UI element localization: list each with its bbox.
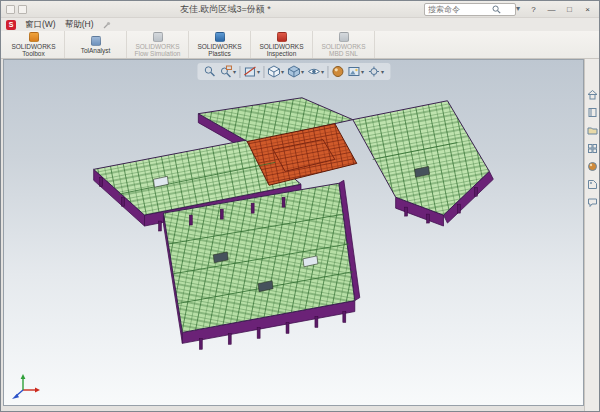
zoom-fit-icon bbox=[203, 65, 216, 78]
toolbox-icon bbox=[29, 32, 39, 42]
toolbar-separator bbox=[263, 66, 264, 78]
graphics-viewport[interactable]: ▾ ▾ ▾ ▾ ▾ bbox=[3, 59, 584, 406]
zoom-to-area-icon bbox=[219, 65, 232, 78]
help-button[interactable]: ? bbox=[525, 3, 542, 16]
section-view-icon bbox=[243, 65, 256, 78]
tolanalyst-icon bbox=[91, 36, 101, 46]
search-icon bbox=[492, 5, 501, 14]
zoom-fit-button[interactable] bbox=[203, 65, 216, 78]
display-style-button[interactable]: ▾ bbox=[287, 65, 304, 78]
view-orientation-icon bbox=[267, 65, 280, 78]
eye-icon bbox=[307, 65, 320, 78]
zoom-to-area-button[interactable]: ▾ bbox=[219, 65, 236, 78]
addin-inspection[interactable]: SOLIDWORKS Inspection bbox=[251, 31, 313, 58]
addin-mbd-snl[interactable]: SOLIDWORKS MBD SNL bbox=[313, 31, 375, 58]
addin-plastics[interactable]: SOLIDWORKS Plastics bbox=[189, 31, 251, 58]
flow-simulation-icon bbox=[153, 32, 163, 42]
view-settings-icon bbox=[367, 65, 380, 78]
title-bar: 友佳.欧尚区域3=份额 * ▾ ? — □ × bbox=[1, 1, 599, 18]
quick-access-toolbar[interactable] bbox=[6, 5, 27, 14]
close-button[interactable]: × bbox=[579, 3, 596, 16]
quick-access-icon[interactable] bbox=[6, 5, 15, 14]
scene-icon bbox=[347, 65, 360, 78]
window-controls: ? — □ × bbox=[525, 3, 596, 16]
toolbar-separator bbox=[327, 66, 328, 78]
search-scope-chevron-icon[interactable]: ▾ bbox=[516, 5, 520, 13]
forum-icon[interactable] bbox=[587, 197, 598, 208]
quick-access-icon[interactable] bbox=[18, 5, 27, 14]
inspection-icon bbox=[277, 32, 287, 42]
search-input[interactable] bbox=[428, 5, 490, 14]
custom-properties-icon[interactable] bbox=[587, 179, 598, 190]
toolbar-separator bbox=[239, 66, 240, 78]
main-area: ▾ ▾ ▾ ▾ ▾ bbox=[1, 59, 599, 411]
view-orientation-button[interactable]: ▾ bbox=[267, 65, 284, 78]
hide-show-items-button[interactable]: ▾ bbox=[307, 65, 324, 78]
heads-up-toolbar: ▾ ▾ ▾ ▾ ▾ bbox=[197, 63, 390, 80]
reference-triad bbox=[10, 370, 42, 400]
model-canvas[interactable] bbox=[4, 60, 583, 405]
command-search[interactable] bbox=[424, 3, 516, 16]
triad-x-axis bbox=[35, 388, 40, 393]
home-icon[interactable] bbox=[587, 89, 598, 100]
menu-bar: S 窗口(W) 帮助(H) bbox=[1, 18, 599, 31]
plastics-icon bbox=[215, 32, 225, 42]
document-title: 友佳.欧尚区域3=份额 * bbox=[27, 3, 424, 16]
view-palette-icon[interactable] bbox=[587, 143, 598, 154]
menu-window[interactable]: 窗口(W) bbox=[25, 19, 56, 31]
file-explorer-icon[interactable] bbox=[587, 125, 598, 136]
apply-scene-button[interactable]: ▾ bbox=[347, 65, 364, 78]
menu-help[interactable]: 帮助(H) bbox=[65, 19, 94, 31]
minimize-button[interactable]: — bbox=[543, 3, 560, 16]
mbd-snl-icon bbox=[339, 32, 349, 42]
pin-icon[interactable] bbox=[103, 21, 111, 29]
edit-appearance-button[interactable] bbox=[331, 65, 344, 78]
addin-tolanalyst[interactable]: TolAnalyst bbox=[65, 31, 127, 58]
task-pane-strip bbox=[584, 59, 599, 411]
maximize-button[interactable]: □ bbox=[561, 3, 578, 16]
appearance-ball-icon bbox=[331, 65, 344, 78]
addin-flow-simulation[interactable]: SOLIDWORKS Flow Simulation bbox=[127, 31, 189, 58]
ribbon-addins-tab: SOLIDWORKS Toolbox TolAnalyst SOLIDWORKS… bbox=[1, 31, 599, 59]
solidworks-window: 友佳.欧尚区域3=份额 * ▾ ? — □ × S 窗口(W) 帮助(H) SO… bbox=[0, 0, 600, 412]
section-view-button[interactable]: ▾ bbox=[243, 65, 260, 78]
solidworks-logo-icon: S bbox=[6, 20, 16, 30]
view-settings-button[interactable]: ▾ bbox=[367, 65, 384, 78]
display-style-icon bbox=[287, 65, 300, 78]
design-library-icon[interactable] bbox=[587, 107, 598, 118]
triad-y-axis bbox=[21, 374, 26, 379]
addin-solidworks-toolbox[interactable]: SOLIDWORKS Toolbox bbox=[3, 31, 65, 58]
appearances-icon[interactable] bbox=[587, 161, 598, 172]
